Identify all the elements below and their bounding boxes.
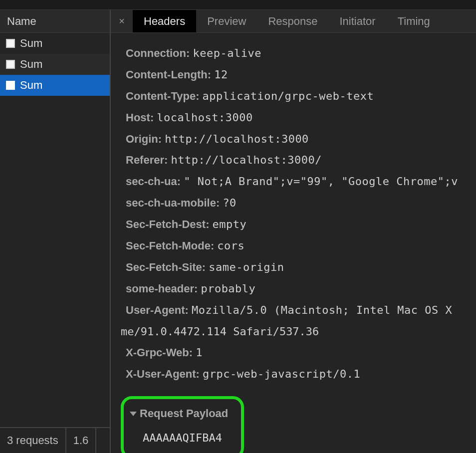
devtools-network-panel: Name SumSumSum 3 requests 1.6 × HeadersP… xyxy=(0,10,476,453)
tab-headers[interactable]: Headers xyxy=(133,10,196,32)
header-name: X-Grpc-Web: xyxy=(126,346,196,359)
name-column-label: Name xyxy=(7,15,36,28)
request-checkbox[interactable] xyxy=(6,60,15,69)
request-count: 3 requests xyxy=(0,428,66,453)
payload-highlight-box: Request Payload AAAAAAQIFBA4 xyxy=(121,396,244,453)
request-checkbox[interactable] xyxy=(6,81,15,90)
header-row: Sec-Fetch-Mode: cors xyxy=(126,235,476,257)
header-value-continuation: me/91.0.4472.114 Safari/537.36 xyxy=(121,321,476,343)
header-value: same-origin xyxy=(209,261,284,273)
header-name: Sec-Fetch-Site: xyxy=(126,261,209,273)
header-row: Content-Type: application/grpc-web-text xyxy=(126,86,476,107)
header-value: " Not;A Brand";v="99", "Google Chrome";v xyxy=(184,175,458,188)
request-name: Sum xyxy=(20,58,42,71)
header-row: X-User-Agent: grpc-web-javascript/0.1 xyxy=(126,364,476,385)
headers-view: Connection: keep-aliveContent-Length: 12… xyxy=(111,33,476,453)
header-value: 1 xyxy=(196,346,203,359)
request-payload-toggle[interactable]: Request Payload xyxy=(130,403,228,425)
close-icon[interactable]: × xyxy=(111,10,133,32)
header-name: sec-ch-ua: xyxy=(126,175,184,188)
header-row: Host: localhost:3000 xyxy=(126,107,476,129)
header-value: ?0 xyxy=(223,197,237,209)
header-name: Origin: xyxy=(126,133,165,145)
header-row: Connection: keep-alive xyxy=(126,43,476,64)
header-name: Content-Type: xyxy=(126,90,203,102)
header-value: http://localhost:3000 xyxy=(165,133,309,145)
header-value: http://localhost:3000/ xyxy=(171,154,321,166)
header-row: sec-ch-ua-mobile: ?0 xyxy=(126,193,476,214)
header-row: Referer: http://localhost:3000/ xyxy=(126,150,476,171)
header-value: empty xyxy=(213,218,247,230)
header-value: keep-alive xyxy=(193,47,261,59)
header-name: some-header: xyxy=(126,282,201,295)
header-name: Host: xyxy=(126,111,157,124)
header-row: User-Agent: Mozilla/5.0 (Macintosh; Inte… xyxy=(126,300,476,321)
request-list-panel: Name SumSumSum 3 requests 1.6 xyxy=(0,10,111,453)
request-name: Sum xyxy=(20,37,42,50)
transfer-size: 1.6 xyxy=(66,428,97,453)
header-name: Referer: xyxy=(126,154,171,166)
header-value: Mozilla/5.0 (Macintosh; Intel Mac OS X xyxy=(192,304,452,316)
header-value: cors xyxy=(217,239,244,252)
header-row: sec-ch-ua: " Not;A Brand";v="99", "Googl… xyxy=(126,171,476,193)
tab-preview[interactable]: Preview xyxy=(196,10,257,32)
header-value: localhost:3000 xyxy=(157,111,252,124)
header-name: sec-ch-ua-mobile: xyxy=(126,197,223,209)
header-name: Content-Length: xyxy=(126,68,214,81)
header-row: Sec-Fetch-Site: same-origin xyxy=(126,257,476,278)
tab-initiator[interactable]: Initiator xyxy=(328,10,386,32)
detail-panel: × HeadersPreviewResponseInitiatorTiming … xyxy=(111,10,476,453)
header-name: User-Agent: xyxy=(126,304,192,316)
request-checkbox[interactable] xyxy=(6,39,15,48)
header-name: Connection: xyxy=(126,47,193,59)
header-value: probably xyxy=(201,282,255,295)
request-payload-title: Request Payload xyxy=(140,403,228,425)
request-list: SumSumSum xyxy=(0,33,110,427)
detail-tabs: × HeadersPreviewResponseInitiatorTiming xyxy=(111,10,476,33)
header-row: Content-Length: 12 xyxy=(126,64,476,86)
header-value: application/grpc-web-text xyxy=(203,90,374,102)
request-row[interactable]: Sum xyxy=(0,54,110,75)
header-name: Sec-Fetch-Mode: xyxy=(126,239,217,252)
toolbar-strip xyxy=(0,0,476,10)
header-name: X-User-Agent: xyxy=(126,368,203,380)
header-row: Origin: http://localhost:3000 xyxy=(126,129,476,150)
tab-timing[interactable]: Timing xyxy=(387,10,441,32)
request-row[interactable]: Sum xyxy=(0,33,110,54)
header-row: some-header: probably xyxy=(126,278,476,300)
name-column-header[interactable]: Name xyxy=(0,10,110,33)
header-value: grpc-web-javascript/0.1 xyxy=(203,368,360,380)
header-row: Sec-Fetch-Dest: empty xyxy=(126,214,476,235)
request-row[interactable]: Sum xyxy=(0,75,110,96)
request-payload-value: AAAAAAQIFBA4 xyxy=(130,428,228,449)
header-name: Sec-Fetch-Dest: xyxy=(126,218,213,230)
triangle-down-icon xyxy=(130,412,137,416)
header-row: X-Grpc-Web: 1 xyxy=(126,342,476,364)
tab-response[interactable]: Response xyxy=(257,10,328,32)
request-name: Sum xyxy=(20,79,42,92)
header-value: 12 xyxy=(214,68,228,81)
status-bar: 3 requests 1.6 xyxy=(0,427,110,453)
request-payload-section: Request Payload AAAAAAQIFBA4 xyxy=(126,396,476,453)
